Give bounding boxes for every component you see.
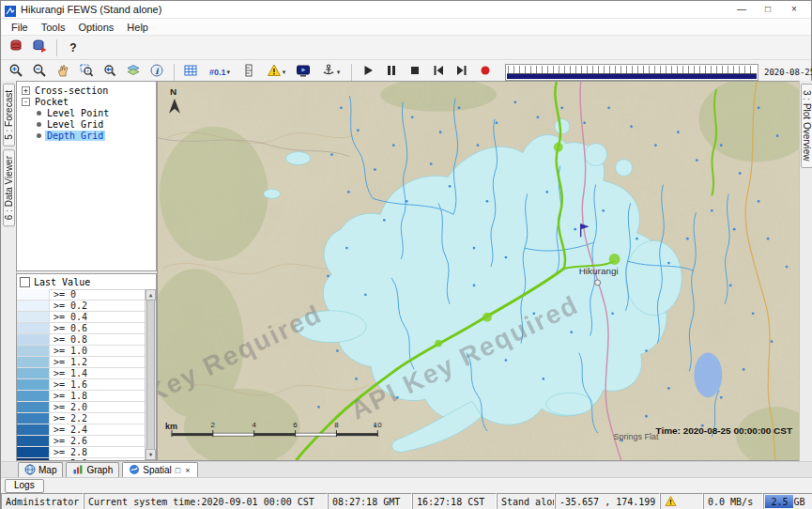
menu-item-file[interactable]: File xyxy=(5,21,35,34)
leaf-bullet-icon xyxy=(37,111,41,116)
legend-label: >= 0.6 xyxy=(50,323,87,333)
warnings-button[interactable]: ▾ xyxy=(261,62,291,83)
maximize-button[interactable]: □ xyxy=(755,2,781,17)
status-warning-cell[interactable] xyxy=(660,493,703,509)
logs-button[interactable]: Logs xyxy=(5,479,44,493)
legend-swatch xyxy=(17,301,50,311)
chart-icon xyxy=(72,464,84,477)
legend-swatch xyxy=(17,312,50,322)
tree-item-pocket[interactable]: -Pocket xyxy=(19,96,154,107)
skip-end-button[interactable] xyxy=(451,62,473,83)
menu-item-help[interactable]: Help xyxy=(120,21,155,34)
anchor-icon xyxy=(321,63,336,82)
tab-plot-overview[interactable]: 3 : Plot Overview xyxy=(801,84,812,168)
tree-item-label: Level Grid xyxy=(45,119,105,130)
legend-row: >= 0.8 xyxy=(17,334,145,346)
tab-spatial-label: Spatial xyxy=(143,465,172,475)
legend-row: >= 1.8 xyxy=(17,391,145,402)
legend-label: >= 1.0 xyxy=(50,346,87,356)
anchor-tool-button[interactable]: ▾ xyxy=(315,62,345,83)
legend-row: >= 1.2 xyxy=(17,357,145,368)
map-viewport[interactable]: Hikurangi Springs Flat API Key Required … xyxy=(157,81,800,461)
legend-row: >= 2.0 xyxy=(17,402,145,413)
leaf-bullet-icon xyxy=(37,122,41,127)
zoom-in-button[interactable] xyxy=(5,62,27,83)
app-window: Hikurangi FEWS (Stand alone) — □ × FileT… xyxy=(0,0,812,509)
tree-item-cross-section[interactable]: +Cross-section xyxy=(19,85,154,96)
tab-forecast[interactable]: 5 : Forecast xyxy=(3,84,15,147)
tab-data-viewer[interactable]: 6 : Data Viewer xyxy=(3,149,15,226)
status-bar: Administrator Current system time:2020-0… xyxy=(1,493,812,509)
status-local-time: 16:27:18 CST xyxy=(412,493,497,509)
legend-label: >= 2.8 xyxy=(50,447,87,457)
open-database-button[interactable] xyxy=(5,38,27,58)
title-bar[interactable]: Hikurangi FEWS (Stand alone) — □ × xyxy=(1,1,811,19)
menu-item-tools[interactable]: Tools xyxy=(35,21,72,34)
animation-button[interactable] xyxy=(292,62,314,83)
main-toolbar: ? xyxy=(1,36,811,60)
skip-start-button[interactable] xyxy=(427,62,450,83)
pause-button[interactable] xyxy=(380,62,403,83)
record-button[interactable] xyxy=(474,62,497,83)
layers-button[interactable] xyxy=(122,62,145,83)
tree-item-depth-grid[interactable]: Depth Grid xyxy=(19,130,154,141)
zoom-in-icon xyxy=(8,63,23,82)
tree-item-level-grid[interactable]: Level Grid xyxy=(19,118,154,130)
tab-map-label: Map xyxy=(38,465,56,475)
last-value-checkbox[interactable] xyxy=(20,277,30,287)
tab-spatial[interactable]: Spatial □ × xyxy=(122,462,197,477)
pan-button[interactable] xyxy=(52,62,74,83)
legend-scrollbar[interactable]: ▲ ▼ xyxy=(146,289,156,460)
status-user: Administrator xyxy=(1,493,84,509)
scrollbar-thumb[interactable] xyxy=(146,300,155,450)
status-system-time: Current system time:2020-09-01 00:00 CST xyxy=(84,493,328,509)
close-tab-icon[interactable]: × xyxy=(184,466,191,475)
legend-row: >= 1.4 xyxy=(17,368,145,379)
legend-label: >= 1.4 xyxy=(50,368,87,378)
close-button[interactable]: × xyxy=(781,2,807,17)
zoom-out-icon xyxy=(32,63,47,82)
menu-item-options[interactable]: Options xyxy=(71,21,120,34)
grid-table-button[interactable] xyxy=(179,62,202,83)
legend-swatch xyxy=(17,346,50,356)
play-button[interactable] xyxy=(357,62,379,83)
status-coordinates: -35.657 , 174.199 xyxy=(555,493,660,509)
zoom-out-button[interactable] xyxy=(28,62,51,83)
info-icon: i xyxy=(149,63,164,82)
scroll-down-icon[interactable]: ▼ xyxy=(146,449,156,460)
zoom-previous-button[interactable] xyxy=(99,62,121,83)
help-button[interactable]: ? xyxy=(62,38,84,58)
tab-graph-label: Graph xyxy=(86,465,113,475)
spatial-icon xyxy=(129,464,140,477)
stop-button[interactable] xyxy=(404,62,426,83)
legend-row: >= 0 xyxy=(17,289,145,301)
grid-display-button[interactable]: #0.1 ▾ xyxy=(203,62,237,83)
legend-title: Last Value xyxy=(34,277,90,287)
collapse-icon[interactable]: - xyxy=(22,98,30,106)
tab-graph[interactable]: Graph xyxy=(66,462,119,477)
legend-swatch xyxy=(17,436,50,446)
legend-label: >= 2.6 xyxy=(50,436,87,446)
grid-icon xyxy=(183,63,198,82)
zoom-previous-icon xyxy=(102,63,117,82)
status-throughput: 0.0 MB/s xyxy=(703,493,763,509)
dropdown-arrow-icon: ▾ xyxy=(283,69,286,76)
warning-icon xyxy=(267,63,282,82)
tree-item-level-point[interactable]: Level Point xyxy=(19,107,154,118)
float-tab-icon[interactable]: □ xyxy=(175,466,181,475)
tree-item-label: Cross-section xyxy=(33,85,110,96)
time-slider[interactable] xyxy=(505,64,758,81)
leaf-bullet-icon xyxy=(37,133,41,138)
export-database-button[interactable] xyxy=(28,38,51,58)
tab-map[interactable]: Map xyxy=(18,462,63,477)
legend-swatch xyxy=(17,323,50,333)
info-button[interactable]: i xyxy=(146,62,168,83)
minimize-button[interactable]: — xyxy=(728,2,755,17)
expand-icon[interactable]: + xyxy=(22,86,30,95)
status-mode: Stand alone xyxy=(497,493,555,509)
zoom-region-button[interactable] xyxy=(75,62,98,83)
legend-swatch xyxy=(17,334,50,345)
scale-bar-button[interactable] xyxy=(237,62,260,83)
legend-swatch xyxy=(17,402,50,412)
globe-icon xyxy=(24,464,36,477)
